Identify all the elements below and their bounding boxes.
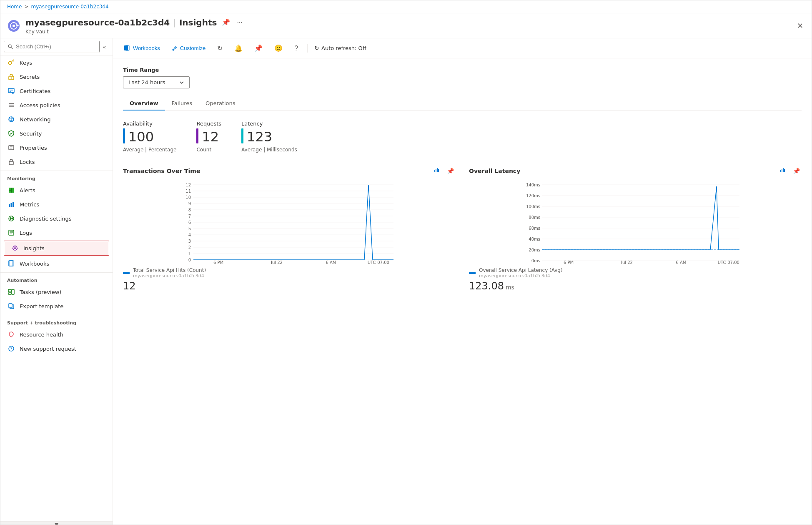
sidebar-item-label: Workbooks [20, 261, 49, 267]
support-icon: ? [7, 344, 15, 353]
svg-text:0ms: 0ms [531, 259, 540, 263]
chart-value: 123.08 [469, 280, 504, 292]
transactions-chart: Transactions Over Time 📌 1 [123, 166, 456, 292]
health-icon [7, 330, 15, 339]
metric-value: 100 [128, 130, 154, 143]
svg-rect-56 [437, 168, 438, 172]
pin-button[interactable]: 📌 [220, 17, 232, 28]
page-header: myasegpuresource-0a1b2c3d4 | Insights 📌 … [0, 13, 812, 38]
sidebar-item-secrets[interactable]: Secrets [0, 70, 113, 84]
latency-pin-button[interactable]: 📌 [791, 166, 802, 176]
tab-failures[interactable]: Failures [165, 97, 199, 111]
time-range-label: Time Range [123, 67, 802, 73]
svg-text:60ms: 60ms [529, 226, 540, 231]
sidebar-item-label: Networking [20, 116, 50, 123]
tab-overview[interactable]: Overview [123, 97, 165, 111]
sidebar-item-label: New support request [20, 346, 76, 352]
sidebar-item-security[interactable]: Security [0, 126, 113, 141]
sidebar-collapse-button[interactable]: « [100, 42, 109, 52]
sidebar-item-locks[interactable]: Locks [0, 155, 113, 169]
sidebar-item-label: Insights [23, 245, 45, 251]
latency-expand-button[interactable] [778, 166, 788, 176]
time-range-value: Last 24 hours [128, 79, 176, 85]
sidebar-item-label: Secrets [20, 74, 40, 80]
svg-rect-52 [124, 45, 128, 50]
customize-label: Customize [180, 45, 206, 51]
sidebar-item-tasks[interactable]: Tasks (preview) [0, 285, 113, 299]
diagnostic-icon [7, 214, 15, 223]
breadcrumb-current[interactable]: myasegpuresource-0a1b2c3d4 [31, 4, 109, 10]
tab-operations[interactable]: Operations [199, 97, 242, 111]
key-vault-icon [7, 19, 20, 33]
svg-rect-91 [784, 169, 785, 172]
breadcrumb-home[interactable]: Home [7, 4, 22, 10]
legend-label: Total Service Api Hits (Count) myasegpur… [133, 267, 206, 279]
time-range-select[interactable]: Last 24 hours [123, 76, 190, 88]
search-input[interactable] [4, 41, 100, 52]
metric-value: 123 [247, 130, 272, 143]
sidebar-item-networking[interactable]: Networking [0, 112, 113, 126]
sidebar-item-workbooks[interactable]: Workbooks [0, 256, 113, 271]
customize-button[interactable]: Customize [169, 43, 208, 53]
sidebar-item-metrics[interactable]: Metrics [0, 197, 113, 211]
breadcrumb-sep: > [24, 4, 28, 10]
chart-expand-button[interactable] [432, 166, 442, 176]
help-button[interactable]: ? [292, 43, 301, 54]
metric-label: Latency [241, 121, 297, 127]
svg-text:11: 11 [185, 189, 191, 193]
more-options-button[interactable]: ··· [235, 17, 244, 28]
svg-rect-29 [13, 202, 14, 207]
notification-button[interactable]: 🔔 [232, 43, 245, 54]
svg-text:20ms: 20ms [529, 248, 540, 252]
sidebar-item-label: Locks [20, 159, 35, 165]
svg-text:8: 8 [188, 208, 191, 212]
chart-value: 12 [123, 280, 456, 292]
svg-point-39 [14, 247, 16, 249]
sidebar-item-alerts[interactable]: Alerts [0, 183, 113, 197]
svg-rect-46 [8, 289, 11, 292]
sidebar-item-certificates[interactable]: Certificates [0, 84, 113, 98]
svg-text:UTC-07:00: UTC-07:00 [368, 260, 389, 264]
workbooks-button[interactable]: Workbooks [121, 43, 163, 53]
auto-refresh-label: Auto refresh: Off [321, 45, 366, 51]
svg-text:5: 5 [188, 226, 191, 231]
svg-rect-90 [783, 168, 784, 172]
sidebar-item-diagnostic-settings[interactable]: Diagnostic settings [0, 211, 113, 226]
sidebar-item-keys[interactable]: Keys [0, 55, 113, 70]
sidebar-item-resource-health[interactable]: Resource health [0, 327, 113, 342]
svg-text:80ms: 80ms [529, 215, 540, 220]
tasks-icon [7, 288, 15, 296]
time-range-section: Time Range Last 24 hours [123, 67, 802, 88]
pin-toolbar-button[interactable]: 📌 [252, 43, 265, 54]
transactions-chart-svg: 12 11 10 9 8 7 6 5 4 3 2 [123, 181, 456, 264]
svg-text:1: 1 [188, 251, 191, 256]
svg-rect-47 [8, 293, 11, 294]
sidebar-item-properties[interactable]: Properties [0, 141, 113, 155]
sidebar-item-logs[interactable]: Logs [0, 226, 113, 240]
chart-legend: Overall Service Api Latency (Avg) myaseg… [469, 267, 802, 279]
latency-chart: Overall Latency 📌 140ms [469, 166, 802, 292]
svg-rect-89 [782, 169, 782, 172]
auto-refresh[interactable]: ↻ Auto refresh: Off [314, 45, 366, 51]
sidebar-item-new-support[interactable]: ? New support request [0, 342, 113, 356]
refresh-button[interactable]: ↻ [215, 43, 225, 54]
svg-text:6 PM: 6 PM [564, 260, 574, 264]
legend-color [123, 272, 130, 274]
svg-rect-49 [9, 304, 12, 308]
svg-point-9 [11, 78, 12, 79]
sidebar-item-access-policies[interactable]: Access policies [0, 98, 113, 112]
page-title-block: myasegpuresource-0a1b2c3d4 | Insights 📌 … [25, 17, 790, 35]
cert-icon [7, 87, 15, 95]
chart-pin-button[interactable]: 📌 [445, 166, 456, 176]
svg-text:2: 2 [188, 245, 191, 250]
latency-metrics-icon [779, 167, 786, 173]
alerts-icon [7, 186, 15, 194]
close-button[interactable]: ✕ [795, 20, 805, 32]
latency-chart-svg: 140ms 120ms 100ms 80ms 60ms 40ms 20ms 0m… [469, 181, 802, 264]
sidebar-item-export-template[interactable]: Export template [0, 299, 113, 313]
feedback-button[interactable]: 🙂 [272, 43, 285, 54]
sidebar-scroll-down[interactable]: ▼ [0, 522, 113, 525]
svg-text:7: 7 [188, 214, 191, 219]
sidebar-item-insights[interactable]: Insights [4, 241, 109, 256]
security-icon [7, 129, 15, 138]
